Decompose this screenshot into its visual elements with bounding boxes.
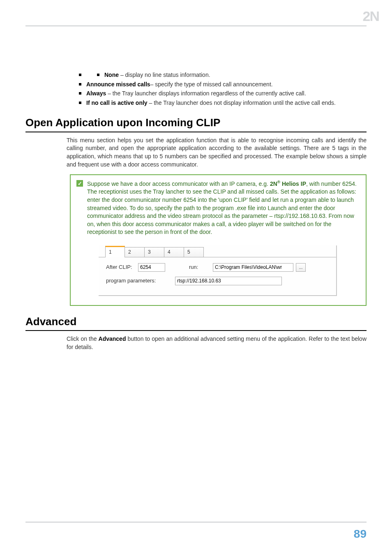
browse-button[interactable]: ... [296, 263, 306, 272]
clip-settings-panel: 1 2 3 4 5 After CLIP: run: ... [99, 245, 337, 296]
example-callout: Suppose we have a door access communicat… [70, 174, 367, 306]
label-run: run: [189, 264, 213, 271]
tab-5[interactable]: 5 [184, 247, 204, 257]
list-item-ifno: If no call is active only – the Tray lau… [79, 99, 367, 107]
desc-ifno: – the Tray launcher does not display inf… [148, 99, 336, 106]
tab-body: After CLIP: run: ... program parameters: [99, 257, 336, 285]
label-after-clip: After CLIP: [106, 264, 138, 271]
row-program-parameters: program parameters: [106, 277, 330, 285]
note-rest: , with number 6254. The receptionist use… [87, 180, 357, 236]
input-run[interactable] [213, 263, 293, 272]
desc-announce: – specify the type of missed call announ… [150, 81, 273, 88]
list-item-announce: Announce missed calls– specify the type … [79, 81, 367, 89]
tab-2[interactable]: 2 [125, 247, 145, 257]
tab-3[interactable]: 3 [145, 247, 164, 257]
list-item-none: None – display no line status informatio… [97, 71, 367, 79]
page-number: 89 [354, 527, 367, 540]
adv-pre: Click on the [67, 335, 99, 342]
note-brand: 2N [270, 180, 277, 187]
tab-1[interactable]: 1 [105, 246, 125, 257]
row-after-clip: After CLIP: run: ... [106, 263, 330, 272]
adv-bold: Advanced [99, 335, 126, 342]
term-none: None [104, 72, 119, 78]
paragraph-open-application: This menu section helps you set the appl… [67, 136, 367, 169]
heading-advanced: Advanced [25, 314, 367, 331]
term-announce: Announce missed calls [86, 81, 150, 88]
desc-none: – display no line status information. [119, 72, 210, 78]
desc-always: – the Tray launcher displays information… [106, 90, 306, 97]
input-after-clip[interactable] [138, 263, 165, 272]
term-always: Always [86, 90, 106, 97]
note-brand2: Helios IP [280, 180, 306, 187]
tab-strip: 1 2 3 4 5 [99, 245, 336, 257]
list-item-always: Always – the Tray launcher displays info… [79, 90, 367, 98]
list-item: None – display no line status informatio… [79, 71, 367, 79]
brand-logo: 2N [363, 7, 379, 26]
tab-4[interactable]: 4 [164, 247, 184, 257]
term-ifno: If no call is active only [86, 99, 148, 106]
registered-symbol: ® [277, 180, 280, 184]
example-text: Suppose we have a door access communicat… [87, 179, 358, 236]
status-bullet-list: None – display no line status informatio… [25, 71, 367, 107]
paragraph-advanced: Click on the Advanced button to open an … [67, 335, 367, 351]
note-lead: Suppose we have a door access communicat… [87, 180, 270, 187]
page-footer: 89 [25, 522, 367, 542]
label-program-parameters: program parameters: [106, 277, 175, 284]
check-icon [76, 180, 83, 187]
heading-open-application: Open Application upon Incoming CLIP [25, 115, 367, 132]
input-program-parameters[interactable] [175, 277, 282, 285]
header-rule [25, 25, 367, 26]
